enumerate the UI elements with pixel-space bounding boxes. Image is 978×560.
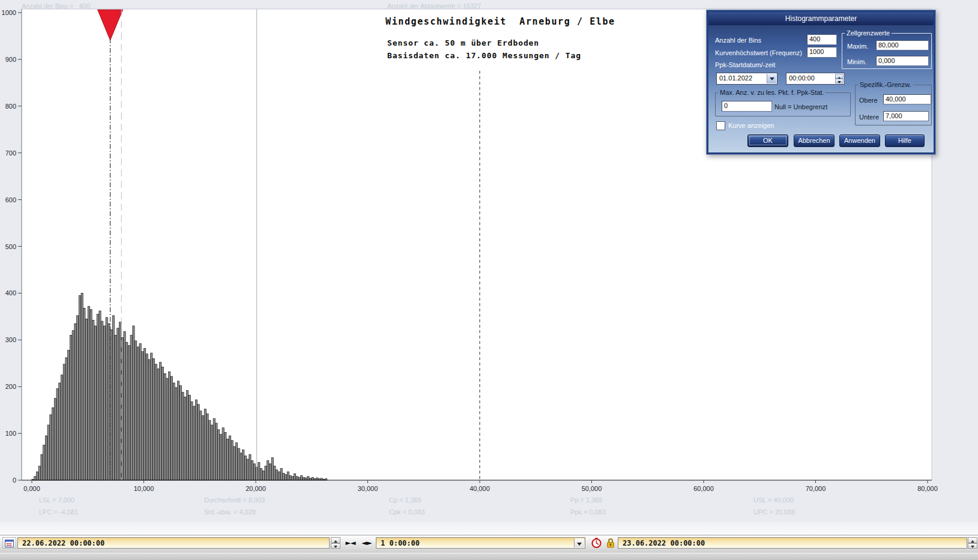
- clock-button[interactable]: [590, 537, 603, 549]
- svg-text:80,000: 80,000: [917, 485, 938, 492]
- lock-icon: [606, 538, 615, 548]
- svg-text:400: 400: [5, 289, 16, 297]
- dialog-title: Histogrammparameter: [785, 14, 857, 23]
- ppk-time-value: 00:00:00: [789, 74, 815, 82]
- ppk-start-label: Ppk-Startdatum/-zeit: [715, 61, 775, 68]
- stat-lpc: LPC = -4,081: [39, 508, 78, 516]
- ppk-time-spinner[interactable]: [835, 74, 844, 83]
- stat-cp: Cp = 1,365: [389, 496, 421, 504]
- bottom-strip: [0, 553, 978, 560]
- chart-subtitle-sensor: Sensor ca. 50 m über Erdboden: [387, 38, 539, 47]
- spec-lower-label: Untere: [859, 113, 879, 121]
- shrink-range-button[interactable]: ►◄: [343, 537, 358, 549]
- start-datetime-field[interactable]: 22.06.2022 00:00:00: [17, 537, 330, 549]
- stat-std: Std.-abw. = 4,028: [204, 508, 256, 516]
- svg-text:900: 900: [5, 56, 16, 63]
- spec-lower-input[interactable]: 7,000: [883, 111, 929, 121]
- stat-cpk: Cpk = 0,083: [389, 508, 425, 516]
- cancel-button[interactable]: Abbrechen: [794, 134, 835, 147]
- bins-input[interactable]: 400: [807, 34, 837, 45]
- dialog-title-bar[interactable]: Histogrammparameter: [708, 12, 934, 25]
- svg-text:700: 700: [5, 149, 16, 157]
- bins-count-label: Anzahl der Bins = 400: [22, 2, 90, 10]
- stat-ppk: Ppk = 0,083: [570, 508, 606, 516]
- spec-limits-legend: Spezifik.-Grenzw.: [858, 81, 913, 88]
- svg-text:40,000: 40,000: [469, 485, 490, 492]
- svg-text:800: 800: [5, 103, 16, 110]
- expand-range-button[interactable]: ◄►: [359, 537, 375, 549]
- toolbar-separator: [0, 522, 978, 535]
- time-navigation-toolbar: 22.06.2022 00:00:00 ►◄ ◄► 1 0:00:00 23.0…: [0, 535, 978, 553]
- calendar-icon: [5, 540, 14, 547]
- svg-text:1000: 1000: [2, 9, 16, 16]
- spec-upper-label: Obere: [859, 97, 878, 104]
- curve-checkbox[interactable]: [716, 121, 725, 130]
- svg-text:20,000: 20,000: [246, 485, 266, 492]
- stat-usl: USL = 40,000: [753, 496, 794, 504]
- lock-button[interactable]: [604, 537, 617, 549]
- chevron-down-icon[interactable]: [767, 74, 776, 83]
- stat-lsl: LSL = 7,000: [39, 496, 74, 504]
- max-points-legend: Max. Anz. v. zu les. Pkt. f. Ppk-Stat.: [718, 89, 826, 96]
- cell-min-input[interactable]: 0,000: [876, 56, 929, 66]
- ok-button[interactable]: OK: [747, 134, 788, 147]
- svg-text:70,000: 70,000: [806, 485, 826, 492]
- svg-text:600: 600: [5, 196, 16, 203]
- cell-limits-legend: Zellgrenzwerte: [845, 29, 892, 37]
- svg-text:500: 500: [5, 243, 16, 250]
- chart-title: Windgeschwindigkeit Arneburg / Elbe: [385, 16, 615, 27]
- cell-max-input[interactable]: 80,000: [876, 40, 929, 50]
- freq-label: Kurvenhöchstwert (Frequenz): [715, 49, 802, 56]
- ppk-date-value: 01.01.2022: [719, 74, 752, 82]
- max-points-note: Null = Unbegrenzt: [774, 103, 827, 110]
- max-points-group: Max. Anz. v. zu les. Pkt. f. Ppk-Stat. 0…: [715, 89, 851, 116]
- stat-pp: Pp = 1,365: [570, 496, 603, 504]
- stat-mean: Durchschnitt = 8,003: [204, 496, 265, 504]
- spec-upper-input[interactable]: 40,000: [883, 94, 931, 104]
- interval-field[interactable]: 1 0:00:00: [376, 537, 585, 549]
- stat-upc: UPC = 20,088: [753, 508, 795, 516]
- ppk-time-spinbox[interactable]: 00:00:00: [786, 73, 845, 85]
- histogram-app-window: 0,00010,00020,00030,00040,00050,00060,00…: [0, 0, 978, 560]
- svg-text:10,000: 10,000: [134, 485, 154, 492]
- apply-button[interactable]: Anwenden: [839, 134, 880, 147]
- clock-icon: [591, 538, 602, 548]
- calendar-button[interactable]: [2, 537, 16, 549]
- interval-value: 1 0:00:00: [381, 539, 420, 547]
- svg-text:0,000: 0,000: [23, 485, 40, 492]
- samples-count-label: Anzahl der Abtastwerte = 16327: [387, 2, 481, 10]
- svg-text:100: 100: [5, 430, 16, 437]
- svg-text:200: 200: [5, 383, 16, 390]
- svg-text:0: 0: [13, 477, 16, 484]
- cell-max-label: Maxim.: [847, 43, 868, 50]
- svg-text:60,000: 60,000: [693, 485, 714, 492]
- cell-limits-group: Zellgrenzwerte Maxim. 80,000 Minim. 0,00…: [842, 29, 932, 69]
- svg-text:300: 300: [5, 336, 16, 343]
- help-button[interactable]: Hilfe: [885, 134, 925, 147]
- svg-text:30,000: 30,000: [358, 485, 378, 492]
- cell-min-label: Minim.: [847, 58, 866, 65]
- start-datetime-spinner[interactable]: [331, 537, 340, 549]
- chart-subtitle-basis: Basisdaten ca. 17.000 Messungen / Tag: [387, 51, 581, 60]
- histogram-parameters-dialog: Histogrammparameter Anzahl der Bins 400 …: [706, 10, 936, 155]
- spec-limits-group: Spezifik.-Grenzw. Obere 40,000 Untere 7,…: [855, 81, 932, 125]
- freq-input[interactable]: 1000: [807, 47, 837, 58]
- max-points-input[interactable]: 0: [722, 101, 772, 112]
- end-datetime-field[interactable]: 23.06.2022 00:00:00: [618, 537, 967, 549]
- interval-dropdown-icon[interactable]: [574, 538, 584, 547]
- end-datetime-spinner[interactable]: [968, 537, 977, 549]
- bins-label: Anzahl der Bins: [715, 37, 761, 44]
- curve-checkbox-label: Kurve anzeigen: [728, 122, 774, 129]
- svg-text:50,000: 50,000: [582, 485, 602, 492]
- ppk-date-combobox[interactable]: 01.01.2022: [716, 73, 777, 85]
